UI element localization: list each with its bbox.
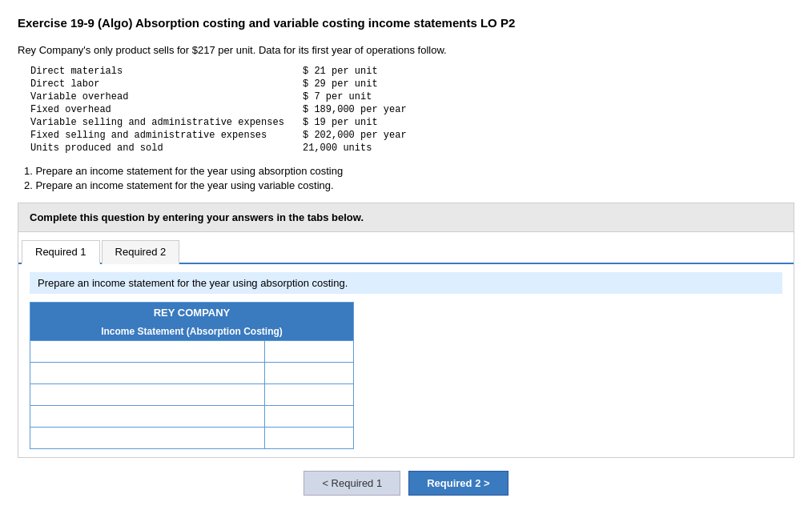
income-table-company: REY COMPANY	[30, 303, 353, 323]
income-value-cell	[265, 428, 353, 448]
income-row	[30, 405, 353, 427]
prev-button[interactable]: < Required 1	[303, 471, 400, 496]
tab-instruction: Prepare an income statement for the year…	[30, 272, 782, 294]
data-row: Fixed overhead$ 189,000 per year	[30, 104, 794, 115]
income-value-input[interactable]	[265, 341, 353, 362]
data-row: Units produced and sold21,000 units	[30, 143, 794, 154]
next-button[interactable]: Required 2 >	[408, 471, 508, 496]
income-label-input[interactable]	[30, 341, 264, 362]
data-row-label: Fixed selling and administrative expense…	[30, 130, 303, 141]
page-title: Exercise 19-9 (Algo) Absorption costing …	[18, 14, 794, 31]
data-row-label: Units produced and sold	[30, 143, 303, 154]
income-label-input[interactable]	[30, 384, 264, 405]
income-row	[30, 341, 353, 362]
income-label-cell	[30, 406, 265, 427]
data-table: Direct materials$ 21 per unitDirect labo…	[30, 66, 794, 154]
data-row: Variable selling and administrative expe…	[30, 117, 794, 128]
income-table: REY COMPANY Income Statement (Absorption…	[30, 302, 354, 449]
data-row-label: Direct labor	[30, 78, 303, 90]
income-row	[30, 427, 353, 448]
income-label-input[interactable]	[30, 406, 264, 427]
data-row-label: Variable selling and administrative expe…	[30, 117, 303, 128]
income-label-cell	[30, 363, 265, 383]
data-row: Variable overhead$ 7 per unit	[30, 91, 794, 102]
data-row-value: $ 202,000 per year	[303, 130, 407, 141]
income-value-input[interactable]	[265, 428, 353, 448]
data-row-value: $ 21 per unit	[303, 66, 378, 77]
tab-required2[interactable]: Required 2	[102, 240, 180, 264]
income-row	[30, 383, 353, 405]
income-value-cell	[265, 406, 353, 427]
instruction-item: 1. Prepare an income statement for the y…	[24, 165, 794, 177]
income-label-input[interactable]	[30, 363, 264, 383]
complete-banner: Complete this question by entering your …	[18, 203, 794, 232]
income-table-subtitle: Income Statement (Absorption Costing)	[30, 323, 353, 340]
data-row-value: 21,000 units	[303, 143, 372, 154]
instructions: 1. Prepare an income statement for the y…	[24, 165, 794, 191]
data-row-label: Fixed overhead	[30, 104, 303, 115]
data-row-label: Direct materials	[30, 66, 303, 77]
income-value-cell	[265, 384, 353, 405]
data-row-value: $ 7 per unit	[303, 91, 372, 102]
income-label-cell	[30, 384, 265, 405]
income-value-input[interactable]	[265, 363, 353, 383]
income-value-input[interactable]	[265, 384, 353, 405]
data-row-value: $ 19 per unit	[303, 117, 378, 128]
data-row-value: $ 189,000 per year	[303, 104, 407, 115]
income-value-cell	[265, 341, 353, 362]
data-row: Direct materials$ 21 per unit	[30, 66, 794, 77]
instruction-item: 2. Prepare an income statement for the y…	[24, 179, 794, 191]
income-value-cell	[265, 363, 353, 383]
data-row: Direct labor$ 29 per unit	[30, 78, 794, 90]
income-row	[30, 362, 353, 383]
income-label-input[interactable]	[30, 428, 264, 448]
tabs-row: Required 1 Required 2	[18, 232, 794, 264]
data-row-label: Variable overhead	[30, 91, 303, 102]
income-value-input[interactable]	[265, 406, 353, 427]
intro-text: Rey Company's only product sells for $21…	[18, 44, 794, 56]
tab-required1[interactable]: Required 1	[22, 240, 100, 264]
data-row: Fixed selling and administrative expense…	[30, 130, 794, 141]
income-label-cell	[30, 341, 265, 362]
income-label-cell	[30, 428, 265, 448]
data-row-value: $ 29 per unit	[303, 78, 378, 90]
